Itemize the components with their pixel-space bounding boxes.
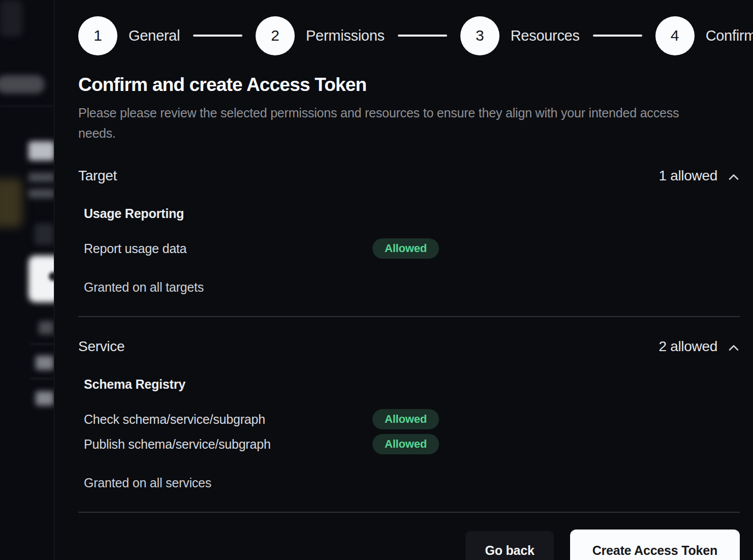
backdrop-shape (36, 356, 54, 370)
backdrop-shape (0, 0, 22, 37)
permission-label: Check schema/service/subgraph (84, 412, 372, 427)
allowed-count: 2 allowed (658, 338, 717, 355)
backdrop-shape (0, 75, 45, 94)
permission-row: Publish schema/service/subgraph Allowed (84, 434, 740, 454)
status-badge: Allowed (372, 434, 439, 454)
step-number-badge: 4 (655, 16, 695, 55)
step-connector (398, 35, 447, 37)
page-title: Confirm and create Access Token (78, 74, 740, 96)
group-title: Schema Registry (84, 377, 740, 392)
backdrop-shape (28, 173, 54, 182)
section-divider (78, 316, 740, 317)
allowed-count: 1 allowed (658, 168, 717, 184)
step-permissions[interactable]: 2 Permissions (256, 16, 385, 55)
backdrop-shape (35, 224, 54, 245)
step-connector (193, 35, 242, 37)
create-access-token-modal: 1 General 2 Permissions 3 Resources 4 Co… (54, 0, 753, 560)
step-label: Permissions (306, 27, 385, 44)
step-label: Confirm (706, 27, 753, 44)
permission-row: Check schema/service/subgraph Allowed (84, 409, 740, 429)
step-label: General (129, 27, 180, 44)
section-title: Service (78, 338, 124, 355)
step-connector (593, 35, 642, 37)
permission-row: Report usage data Allowed (84, 238, 740, 259)
service-collapse-toggle[interactable]: 2 allowed (658, 338, 740, 355)
blurred-app-backdrop (0, 0, 54, 560)
target-permission-group: Usage Reporting Report usage data Allowe… (84, 206, 740, 259)
backdrop-shape (0, 179, 22, 227)
backdrop-shape (28, 189, 54, 198)
step-general[interactable]: 1 General (78, 16, 180, 55)
service-section-header: Service 2 allowed (78, 338, 740, 355)
step-number-badge: 3 (460, 16, 499, 55)
chevron-up-icon (728, 344, 740, 352)
granted-note: Granted on all targets (84, 280, 740, 295)
granted-note: Granted on all services (84, 476, 740, 490)
backdrop-shape (36, 391, 54, 406)
permission-label: Publish schema/service/subgraph (84, 437, 372, 452)
modal-footer: Go back Create Access Token (78, 530, 740, 560)
go-back-button[interactable]: Go back (465, 531, 553, 560)
target-section-header: Target 1 allowed (78, 168, 740, 184)
footer-divider (78, 512, 740, 513)
backdrop-shape (30, 378, 54, 379)
step-number-badge: 1 (78, 16, 117, 55)
backdrop-shape (39, 321, 54, 334)
section-title: Target (78, 168, 117, 184)
status-badge: Allowed (372, 238, 439, 259)
wizard-stepper: 1 General 2 Permissions 3 Resources 4 Co… (78, 15, 740, 56)
create-access-token-button[interactable]: Create Access Token (570, 530, 740, 560)
service-permission-group: Schema Registry Check schema/service/sub… (84, 377, 740, 454)
page-subtitle: Please please review the selected permis… (78, 103, 703, 143)
group-title: Usage Reporting (84, 206, 740, 221)
chevron-up-icon (728, 173, 740, 181)
step-confirm[interactable]: 4 Confirm (655, 16, 753, 55)
backdrop-shape (0, 106, 54, 107)
backdrop-shape (30, 344, 54, 345)
status-badge: Allowed (372, 409, 439, 429)
step-number-badge: 2 (256, 16, 295, 55)
backdrop-shape (28, 141, 54, 161)
step-resources[interactable]: 3 Resources (460, 16, 580, 55)
step-label: Resources (511, 27, 580, 44)
target-collapse-toggle[interactable]: 1 allowed (658, 168, 740, 184)
permission-label: Report usage data (84, 241, 372, 256)
